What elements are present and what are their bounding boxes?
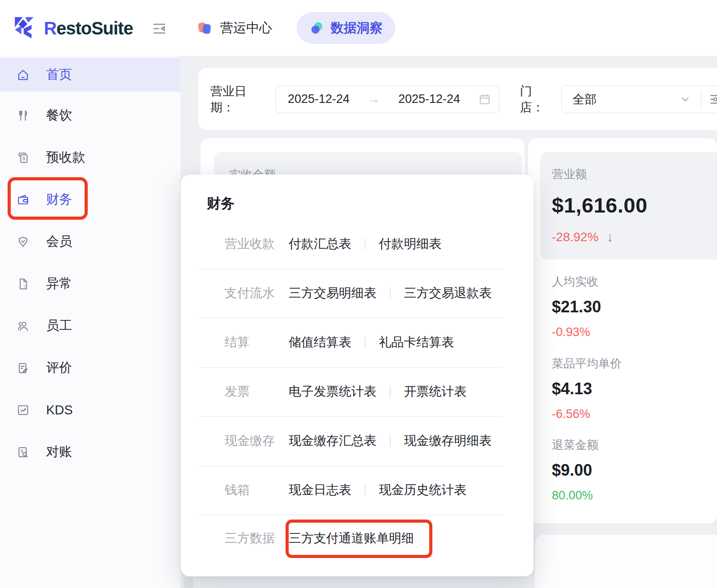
- sidebar-item-home[interactable]: 首页: [0, 58, 180, 92]
- svg-text:$: $: [21, 448, 23, 453]
- menu-group-label: 三方数据: [225, 530, 289, 547]
- app-header: RestoSuite 营运中心 数据洞察: [0, 0, 717, 56]
- date-range-arrow-icon: →: [368, 92, 380, 106]
- link-divider: [390, 287, 391, 299]
- menu-link-cash-deposit-detail[interactable]: 现金缴存明细表: [404, 432, 492, 449]
- sidebar-item-label: 餐饮: [46, 107, 72, 124]
- home-icon: [16, 68, 30, 82]
- menu-group-payment-flow: 支付流水 三方交易明细表 三方交易退款表: [225, 277, 516, 310]
- menu-link-thirdparty-channel-bill-detail[interactable]: 三方支付通道账单明细: [289, 530, 414, 547]
- filter-bar: 营业日期： 2025-12-24 → 2025-12-24 门店： 全部: [198, 68, 717, 130]
- date-start-value: 2025-12-24: [288, 92, 350, 106]
- revenue-value: $1,616.00: [552, 193, 717, 217]
- store-label: 门店：: [520, 83, 555, 115]
- menu-group-label: 发票: [225, 383, 289, 400]
- sidebar-item-label: 预收款: [46, 149, 85, 166]
- stat-value: $21.30: [552, 298, 601, 316]
- finance-flyout-menu: 财务 营业收款 付款汇总表 付款明细表 支付流水 三方交易明细表 三方交易退款表…: [181, 175, 533, 576]
- menu-group-business-receipts: 营业收款 付款汇总表 付款明细表: [225, 227, 516, 260]
- reconciliation-icon: $: [16, 445, 30, 459]
- tab-data-insights[interactable]: 数据洞察: [297, 12, 395, 44]
- sidebar-item-label: 财务: [46, 191, 72, 209]
- menu-group-invoice: 发票 电子发票统计表 开票统计表: [225, 375, 516, 408]
- sidebar-item-dining[interactable]: 餐饮: [0, 98, 180, 132]
- menu-link-giftcard-settlement[interactable]: 礼品卡结算表: [379, 334, 454, 351]
- link-divider: [365, 337, 366, 348]
- menu-group-thirdparty-data: 三方数据 三方支付通道账单明细: [225, 522, 516, 555]
- tab-insights-label: 数据洞察: [331, 19, 383, 37]
- menu-separator: [199, 515, 504, 516]
- menu-separator: [199, 318, 504, 319]
- filter-settings-icon[interactable]: [708, 92, 717, 107]
- menu-group-label: 钱箱: [225, 481, 289, 499]
- sidebar-item-members[interactable]: 会员: [0, 225, 180, 259]
- prepayment-icon: $: [16, 151, 30, 165]
- select-divider: [701, 91, 702, 107]
- menu-link-thirdparty-refund[interactable]: 三方交易退款表: [404, 285, 492, 302]
- sidebar-item-staff[interactable]: 员工: [0, 309, 180, 343]
- menu-link-cash-history-stats[interactable]: 现金历史统计表: [379, 481, 467, 499]
- store-select[interactable]: 全部: [561, 85, 717, 113]
- sidebar-item-finance[interactable]: 财务: [0, 183, 180, 217]
- trend-down-arrow-icon: ↓: [606, 229, 614, 245]
- menu-link-payment-summary[interactable]: 付款汇总表: [289, 235, 351, 252]
- sidebar-item-label: 对账: [46, 443, 72, 461]
- sidebar-item-reconciliation[interactable]: $ 对账: [0, 435, 180, 469]
- stat-label: 退菜金额: [552, 437, 598, 453]
- menu-separator: [199, 367, 504, 368]
- sidebar-item-label: 评价: [46, 359, 72, 377]
- link-divider: [390, 386, 391, 397]
- menu-link-stored-value-settlement[interactable]: 储值结算表: [289, 334, 351, 351]
- menu-group-label: 营业收款: [225, 235, 289, 252]
- sidebar-item-label: 首页: [46, 66, 72, 84]
- revenue-change: -28.92%: [552, 230, 598, 244]
- svg-text:$: $: [23, 156, 26, 161]
- menu-link-payment-detail[interactable]: 付款明细表: [379, 235, 442, 252]
- menu-separator: [199, 465, 504, 466]
- menu-link-cash-deposit-summary[interactable]: 现金缴存汇总表: [289, 432, 376, 449]
- sidebar-collapse-button[interactable]: [151, 21, 167, 36]
- menu-fold-icon: [151, 21, 167, 37]
- finance-menu-title: 财务: [207, 194, 235, 213]
- menu-separator: [199, 268, 504, 269]
- dining-icon: [16, 109, 30, 123]
- tab-operations-center[interactable]: 营运中心: [197, 12, 272, 45]
- link-divider: [365, 238, 366, 250]
- menu-link-einvoice-stats[interactable]: 电子发票统计表: [289, 383, 376, 400]
- scrollbar-nub[interactable]: [184, 577, 193, 588]
- date-range-input[interactable]: 2025-12-24 → 2025-12-24: [275, 85, 500, 113]
- menu-link-invoicing-stats[interactable]: 开票统计表: [404, 383, 467, 400]
- sidebar-item-kds[interactable]: KDS: [0, 393, 180, 427]
- link-divider: [390, 435, 391, 447]
- sidebar-item-label: 员工: [46, 317, 72, 335]
- kpi-panel: 营业额 $1,616.00 -28.92% ↓ 人均实收 $21.30 -0.9…: [528, 138, 717, 523]
- restosuite-logo-icon: [13, 15, 38, 40]
- menu-group-settlement: 结算 储值结算表 礼品卡结算表: [225, 326, 516, 359]
- logo-text-rest: estoSuite: [56, 18, 133, 38]
- sidebar-item-exceptions[interactable]: ? 异常: [0, 267, 180, 301]
- per-capita-stat: 人均实收 $21.30 -0.93%: [552, 274, 601, 339]
- lower-content-card: [535, 535, 717, 588]
- returned-dish-stat: 退菜金额 $9.00 80.00%: [552, 437, 598, 503]
- sidebar-item-reviews[interactable]: 评价: [0, 351, 180, 385]
- date-end-value: 2025-12-24: [398, 92, 460, 106]
- data-insights-icon: [309, 21, 324, 36]
- stat-label: 菜品平均单价: [552, 356, 622, 371]
- review-icon: [16, 361, 30, 375]
- menu-separator: [199, 416, 504, 417]
- stat-value: $4.13: [552, 379, 622, 398]
- business-date-label: 营业日期：: [210, 83, 269, 115]
- wallet-icon: [16, 193, 30, 207]
- menu-link-cash-log[interactable]: 现金日志表: [289, 481, 351, 499]
- svg-text:?: ?: [23, 285, 26, 289]
- sidebar-item-prepayment[interactable]: $ 预收款: [0, 141, 180, 175]
- stat-change: -0.93%: [552, 325, 601, 339]
- stat-label: 人均实收: [552, 274, 601, 290]
- member-badge-icon: [16, 235, 30, 249]
- menu-group-cash-deposit: 现金缴存 现金缴存汇总表 现金缴存明细表: [225, 424, 516, 457]
- avg-dish-price-stat: 菜品平均单价 $4.13 -6.56%: [552, 356, 622, 421]
- link-divider: [365, 484, 366, 496]
- revenue-stat-card: 营业额 $1,616.00 -28.92% ↓: [540, 152, 717, 260]
- menu-link-thirdparty-transaction-detail[interactable]: 三方交易明细表: [289, 285, 376, 302]
- store-select-value: 全部: [572, 91, 597, 107]
